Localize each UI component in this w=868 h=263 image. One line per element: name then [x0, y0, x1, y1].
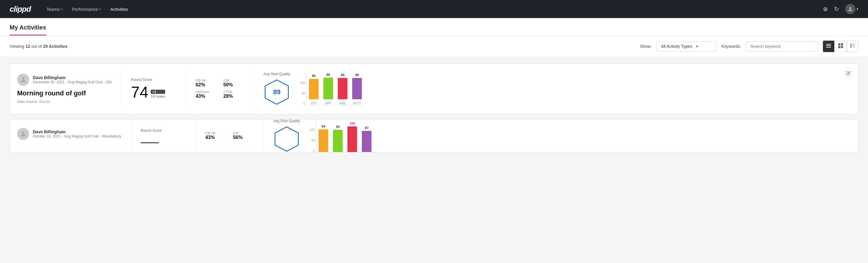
- hexagon-shape-2: [273, 125, 300, 152]
- data-source: Data Source: Arccos: [17, 99, 111, 104]
- putt-bar-2: [362, 131, 371, 152]
- arg-bar-group: 89 ARG: [338, 73, 347, 105]
- score-dash: [141, 142, 159, 143]
- putt-bar-group: 89 PUTT: [352, 73, 362, 105]
- gir-value-2: 56%: [233, 135, 253, 140]
- user-avatar: [17, 74, 29, 86]
- viewing-number: 12: [26, 44, 30, 49]
- round-score-label-2: Round Score: [141, 128, 186, 133]
- activity-type-dropdown[interactable]: All Activity Types ▾: [657, 41, 717, 52]
- y-axis-50: 50: [300, 92, 305, 95]
- show-label: Show:: [640, 44, 652, 49]
- fw-hit-stat-2: FW Hit 43%: [206, 131, 226, 140]
- detailed-list-view-button[interactable]: [847, 40, 858, 52]
- stats-grid: FW Hit 62% GIR 50% Up/Down 43% 1 Putt 28…: [195, 79, 244, 99]
- putt-bar-value: 89: [355, 73, 359, 77]
- score-badge: +4: [151, 90, 165, 94]
- user-avatar-2: [17, 128, 29, 140]
- header-actions: ⊕ ↻ ▾: [823, 4, 858, 14]
- svg-rect-10: [850, 45, 851, 46]
- svg-rect-9: [852, 44, 855, 44]
- shot-quality-hexagon: Avg Shot Quality 89: [263, 72, 290, 106]
- stats-grid-2: FW Hit 43% GIR 56%: [206, 131, 253, 140]
- add-icon[interactable]: ⊕: [823, 5, 828, 12]
- arg-bar-2: [347, 126, 357, 152]
- putt-bar-value-2: 87: [365, 126, 368, 130]
- one-putt-value: 28%: [223, 94, 244, 99]
- updown-label: Up/Down: [195, 90, 216, 94]
- edit-button[interactable]: [844, 68, 853, 78]
- app-bar-group: 90 APP: [323, 73, 333, 105]
- user-info-section: Dave Billingham December 05, 2021 - Gog …: [17, 74, 111, 104]
- arg-label: ARG: [339, 102, 346, 105]
- app-bar-2: [333, 130, 343, 152]
- svg-point-0: [849, 7, 851, 9]
- logo[interactable]: clippd: [10, 4, 31, 14]
- nav-teams[interactable]: Teams ▾: [45, 4, 64, 14]
- svg-rect-6: [838, 46, 840, 48]
- arg-bar-value-2: 106: [349, 122, 355, 125]
- svg-rect-8: [850, 43, 851, 45]
- gir-stat: GIR 50%: [223, 79, 244, 88]
- svg-rect-4: [838, 43, 840, 46]
- fw-hit-label: FW Hit: [195, 79, 216, 82]
- fw-hit-label-2: FW Hit: [206, 131, 226, 135]
- user-name: Dave Billingham: [33, 75, 111, 80]
- main-content: Dave Billingham December 05, 2021 - Gog …: [0, 57, 868, 163]
- search-input[interactable]: [746, 41, 818, 52]
- bar-chart: 100 50 0 85 OTT 90: [300, 72, 364, 105]
- shot-quality-section-2: Avg Shot Quality 100 50 0 9: [273, 119, 851, 152]
- divider-3: [195, 119, 196, 152]
- divider-2: [131, 119, 131, 152]
- app-bar-group-2: 93: [333, 125, 343, 152]
- ott-bar: [309, 79, 318, 99]
- refresh-icon[interactable]: ↻: [834, 5, 839, 12]
- nav-performance[interactable]: Performance ▾: [71, 4, 102, 14]
- main-header: clippd Teams ▾ Performance ▾ Activities …: [0, 0, 868, 18]
- app-bar: [323, 78, 333, 99]
- y-axis-0-2: 0: [310, 149, 315, 152]
- putt-bar: [352, 78, 362, 99]
- putt-label: PUTT: [353, 102, 361, 105]
- fw-hit-value: 62%: [195, 82, 216, 88]
- gir-label: GIR: [223, 79, 244, 82]
- round-score-section-2: Round Score: [141, 128, 186, 143]
- filter-bar: Viewing 12 out of 29 Activities Show: Al…: [0, 36, 868, 57]
- ott-bar-group-2: 94: [318, 124, 328, 152]
- ott-bar-group: 85 OTT: [309, 74, 318, 105]
- svg-rect-12: [850, 47, 851, 48]
- activity-card-2: Dave Billingham October 16, 2021 - Gog M…: [10, 119, 858, 152]
- compact-list-view-button[interactable]: [823, 40, 834, 52]
- hexagon-shape: 89: [263, 79, 290, 106]
- ott-bar-2: [318, 129, 328, 152]
- grid-view-button[interactable]: [835, 40, 846, 52]
- view-mode-buttons: [823, 40, 858, 52]
- gir-stat-2: GIR 56%: [233, 131, 253, 140]
- nav-activities[interactable]: Activities: [109, 4, 129, 14]
- updown-value: 43%: [195, 94, 216, 99]
- app-bar-value-2: 93: [336, 125, 340, 128]
- page-title: My Activities: [10, 18, 46, 35]
- user-menu[interactable]: ▾: [845, 4, 858, 14]
- user-info-section-2: Dave Billingham October 16, 2021 - Gog M…: [17, 128, 121, 144]
- putt-bar-group-2: 87: [362, 126, 371, 152]
- svg-rect-13: [852, 47, 855, 47]
- y-axis-0: 0: [300, 102, 305, 105]
- fw-hit-stat: FW Hit 62%: [195, 79, 216, 88]
- activity-type-value: All Activity Types: [661, 44, 692, 49]
- app-bar-value: 90: [326, 73, 330, 77]
- y-axis-100: 100: [300, 81, 305, 85]
- user-date-venue: December 05, 2021 - Gog Magog Golf Club …: [33, 80, 111, 84]
- svg-marker-17: [275, 127, 298, 151]
- activity-type-chevron-icon: ▾: [696, 44, 698, 49]
- svg-point-14: [22, 77, 24, 80]
- keywords-label: Keywords:: [721, 44, 741, 49]
- bar-chart-2: 100 50 0 94 93 10: [310, 119, 374, 152]
- arg-bar: [338, 78, 347, 99]
- ott-bar-value: 85: [312, 74, 315, 78]
- one-putt-label: 1 Putt: [223, 90, 244, 94]
- score-value: 74: [131, 84, 148, 100]
- svg-rect-3: [826, 47, 831, 48]
- svg-rect-11: [852, 46, 855, 46]
- sub-header: My Activities: [0, 18, 868, 36]
